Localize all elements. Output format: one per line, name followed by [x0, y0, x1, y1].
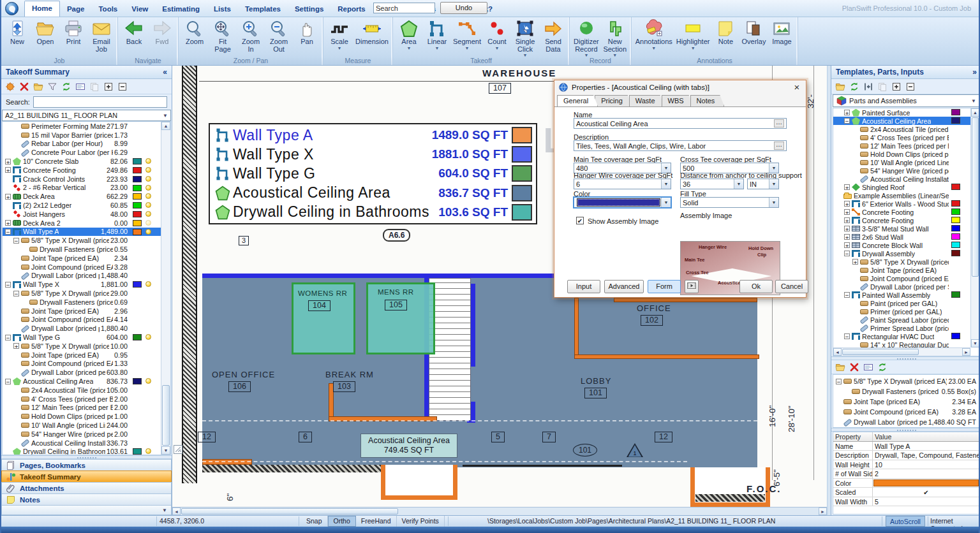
scrollbar-thumb[interactable] — [842, 349, 919, 355]
page-selector-dropdown[interactable]: A2_11 BUILDING 11_ FLOOR PLAN ▼ — [2, 110, 171, 121]
property-value[interactable]: 10 — [873, 460, 979, 469]
expander-icon[interactable]: − — [844, 251, 850, 256]
mode-snap[interactable]: Snap — [301, 516, 328, 527]
mode-freehand[interactable]: FreeHand — [356, 516, 397, 527]
tree-item-paint-spread-labor-priced-per-hour[interactable]: +Paint Spread Labor (priced per Hour) — [833, 316, 970, 324]
wall-type-a-highlight[interactable] — [574, 298, 579, 359]
expander-icon[interactable]: + — [13, 343, 19, 349]
ribbon-print-button[interactable]: Print — [59, 18, 87, 57]
ribbon-overlay-button[interactable]: Overlay — [739, 18, 768, 57]
tree-item-2-6-rebar-vertical[interactable]: +2 - #6 Rebar Vertical23.00 — [3, 184, 161, 193]
ribbon-count-button[interactable]: Count▼ — [483, 18, 511, 57]
dialog-tab-general[interactable]: General — [557, 95, 598, 106]
expander-icon[interactable]: + — [844, 110, 850, 115]
color-swatch[interactable] — [951, 184, 960, 190]
acoustical-ceiling-takeoff-region[interactable] — [202, 275, 757, 467]
refresh-icon[interactable] — [61, 82, 71, 92]
tree-item-primer-spread-labor-priced-per-hour[interactable]: +Primer Spread Labor (priced per Hour) — [833, 324, 970, 332]
distance-combo[interactable]: 36 — [680, 179, 744, 189]
menu-tab-reports[interactable]: Reports — [330, 2, 372, 17]
refresh-icon[interactable] — [849, 82, 859, 92]
parts-horizontal-scrollbar[interactable]: ◄ ► — [833, 347, 970, 356]
tree-item-acoustical-ceiling-area[interactable]: −Acoustical Ceiling Area836.73 — [3, 377, 161, 386]
input-button[interactable]: Input — [567, 280, 600, 293]
tree-item-4-cross-tees-priced-per-box[interactable]: +4' Cross Tees (priced per Box) — [833, 133, 970, 142]
menu-tab-settings[interactable]: Settings — [288, 2, 330, 17]
tree-item-drywall-ceiling-in-bathrooms[interactable]: +Drywall Ceiling in Bathrooms103.61 — [3, 447, 161, 455]
ok-button[interactable]: Ok — [739, 280, 773, 293]
hanger-wire-combo[interactable]: 6 — [574, 179, 671, 189]
tree-item-acoustical-ceiling-installation-priced-p[interactable]: +Acoustical Ceiling Installation (priced… — [833, 175, 970, 183]
color-swatch[interactable] — [133, 220, 142, 226]
ribbon-linear-button[interactable]: Linear▼ — [423, 18, 451, 57]
tree-item-deck-area-2[interactable]: +Deck Area 20.00 — [3, 219, 161, 228]
delete-icon[interactable] — [849, 362, 859, 372]
tree-item-joint-compound-priced-ea[interactable]: +Joint Compound (priced EA)3.28 EA — [833, 407, 979, 417]
resize-grip[interactable] — [174, 445, 182, 454]
ribbon-send-data-button[interactable]: Send Data — [539, 18, 567, 57]
property-value[interactable]: 5 — [873, 497, 979, 506]
expander-icon[interactable]: + — [852, 259, 858, 265]
expander-icon[interactable]: + — [844, 242, 850, 248]
fill-type-combo[interactable]: Solid — [680, 197, 779, 208]
tree-item-drywall-labor-priced-per-sq-ft[interactable]: +Drywall Labor (priced per SQ FT)1,488.4… — [833, 417, 979, 427]
tree-item-paint-priced-per-gal[interactable]: +Paint (priced per GAL) — [833, 299, 970, 307]
color-swatch[interactable] — [133, 167, 142, 173]
ribbon-segment-button[interactable]: Segment▼ — [451, 18, 483, 57]
dialog-tab-waste[interactable]: Waste — [629, 95, 665, 106]
show-assembly-checkbox[interactable] — [576, 217, 584, 224]
advanced-button[interactable]: Advanced — [604, 280, 644, 293]
tree-item-2-2x12-ledger[interactable]: +(2) 2x12 Ledger60.85 — [3, 201, 161, 210]
expander-icon[interactable]: + — [5, 167, 11, 173]
mode-verify-points[interactable]: Verify Points — [397, 516, 445, 527]
visibility-bulb-icon[interactable] — [145, 220, 151, 226]
color-swatch[interactable] — [133, 202, 142, 208]
card-icon[interactable] — [863, 362, 873, 372]
tree-item-10-wall-angle-priced-linea[interactable]: +10' Wall Angle (priced Linea…244.00 — [3, 421, 161, 430]
global-search-input[interactable] — [373, 3, 435, 13]
color-swatch[interactable] — [951, 208, 960, 215]
ribbon-email-job-button[interactable]: Email Job — [87, 18, 115, 57]
media-button[interactable] — [685, 280, 699, 293]
visibility-bulb-icon[interactable] — [145, 185, 151, 191]
dock-panel-icon[interactable] — [863, 82, 873, 92]
summary-card-icon[interactable] — [75, 82, 85, 92]
open-folder-icon[interactable] — [33, 82, 43, 92]
color-swatch[interactable] — [951, 242, 960, 248]
tree-item-2x4-acoustical-tile-priced-ea[interactable]: +2x4 Acoustical Tile (priced EA) — [833, 125, 970, 133]
tree-item-14-x-10-rectangular-duct-priced-o[interactable]: +14" x 10" Rectangular Duct (priced o — [833, 340, 970, 347]
color-swatch[interactable] — [133, 185, 142, 191]
property-row-of-wall-sides[interactable]: # of Wall Sides2 — [833, 469, 979, 479]
visibility-bulb-icon[interactable] — [145, 202, 151, 208]
tree-item-drywall-labor-priced-per-s[interactable]: +Drywall Labor (priced per S…603.80 — [3, 368, 161, 377]
expand-all-icon[interactable] — [891, 82, 902, 92]
tree-item-rectangular-hvac-duct[interactable]: −Rectangular HVAC Duct — [833, 332, 970, 340]
tree-item-shingled-roof[interactable]: +Shingled Roof — [833, 183, 970, 191]
tree-item-acoustical-ceiling-installatio[interactable]: +Acoustical Ceiling Installatio…336.73 — [3, 439, 161, 448]
dialog-titlebar[interactable]: Properties - [Acoustical Ceiling (with t… — [554, 80, 806, 94]
expand-panel-icon[interactable]: » — [972, 68, 977, 77]
tree-item-3-5-8-metal-stud-wall[interactable]: +3-5/8" Metal Stud Wall — [833, 224, 970, 233]
menu-tab-templates[interactable]: Templates — [238, 2, 288, 17]
color-swatch[interactable] — [133, 378, 142, 384]
menu-tab-lists[interactable]: Lists — [207, 2, 238, 17]
tree-item-rebar-labor-per-hour[interactable]: +Rebar Labor (per Hour)8.99 — [3, 140, 161, 149]
tree-item-12-main-tees-priced-per-box[interactable]: +12' Main Tees (priced per Box)2.00 — [3, 404, 161, 413]
color-swatch[interactable] — [133, 193, 142, 200]
visibility-bulb-icon[interactable] — [145, 193, 151, 199]
form-button[interactable]: Form — [648, 280, 681, 293]
panel-tab-notes[interactable]: Notes — [1, 493, 172, 505]
ribbon-scale-button[interactable]: Scale▼ — [325, 18, 353, 57]
chevron-down-icon[interactable] — [769, 179, 778, 189]
color-swatch[interactable] — [133, 229, 142, 235]
color-swatch[interactable] — [951, 250, 960, 256]
dialog-tab-pricing[interactable]: Pricing — [595, 95, 632, 106]
open-folder-icon[interactable] — [835, 82, 845, 92]
ribbon-digitizer-record-button[interactable]: Digitizer Record▼ — [572, 18, 601, 57]
expander-icon[interactable]: + — [5, 220, 11, 226]
color-swatch[interactable] — [951, 109, 960, 115]
color-swatch[interactable] — [951, 225, 960, 231]
collapse-all-icon[interactable] — [117, 82, 128, 92]
ribbon-image-button[interactable]: Image — [768, 18, 796, 57]
color-swatch[interactable] — [951, 233, 960, 240]
